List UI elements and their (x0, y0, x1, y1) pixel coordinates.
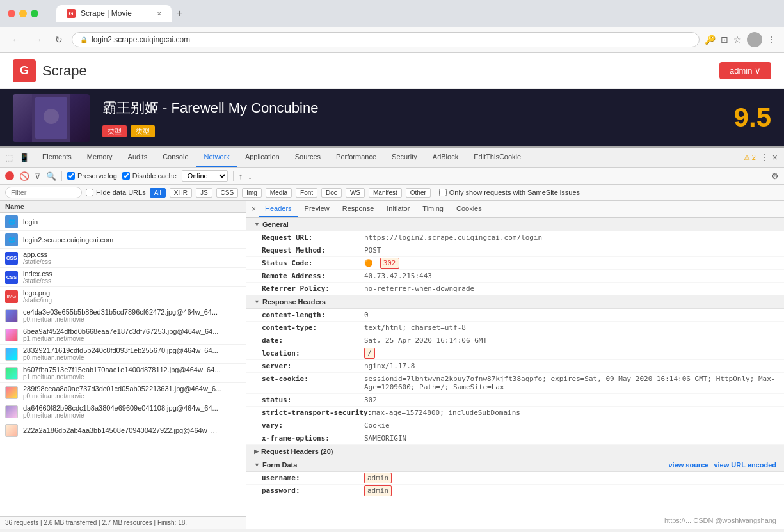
list-item[interactable]: ce4da3e03e655b5b88ed31b5cd7896cf62472.jp… (0, 306, 246, 325)
requests-status-bar: 36 requests | 2.6 MB transferred | 2.7 M… (0, 516, 246, 529)
search-icon[interactable]: 🔍 (46, 171, 56, 181)
request-icon (5, 424, 18, 437)
list-item[interactable]: 🌐 login (0, 213, 246, 231)
list-item[interactable]: da64660f82b98cdc1b8a3804e69609e041108.jp… (0, 402, 246, 421)
list-item[interactable]: IMG logo.png /static/img (0, 287, 246, 306)
filter-media-button[interactable]: Media (266, 188, 292, 198)
filter-other-button[interactable]: Other (406, 188, 431, 198)
maximize-traffic-light[interactable] (31, 10, 38, 17)
details-close-button[interactable]: × (252, 205, 256, 214)
request-name: logo.png (23, 289, 52, 297)
tab-initiator[interactable]: Initiator (380, 201, 416, 217)
preserve-log-checkbox[interactable]: Preserve log (67, 172, 117, 180)
record-button[interactable] (5, 171, 14, 180)
tab-console[interactable]: Console (155, 148, 196, 167)
list-item[interactable]: b607fba7513e7f15eab170aac1e1400d878112.j… (0, 364, 246, 383)
tab-network[interactable]: Network (196, 148, 237, 167)
back-button[interactable]: ← (8, 33, 24, 46)
tab-sources[interactable]: Sources (287, 148, 328, 167)
form-data-fields: username: admin password: admin (246, 472, 784, 497)
header-field-name: password: (262, 487, 364, 495)
tab-performance[interactable]: Performance (328, 148, 384, 167)
list-item[interactable]: CSS app.css /static/css (0, 249, 246, 268)
svg-point-2 (44, 109, 59, 124)
browser-tab[interactable]: G Scrape | Movie × (56, 5, 172, 22)
samesite-checkbox[interactable]: Only show requests with SameSite issues (439, 189, 580, 196)
tab-adblock[interactable]: AdBlock (425, 148, 466, 167)
tab-response[interactable]: Response (336, 201, 381, 217)
request-path: /static/css (23, 278, 52, 285)
request-name: 289f98ceaa8a0ae737d3dc01cd05ab052213631.… (23, 385, 221, 393)
tab-close-button[interactable]: × (157, 10, 161, 17)
new-tab-button[interactable]: + (172, 5, 188, 22)
tab-editthiscookie[interactable]: EditThisCookie (466, 148, 529, 167)
throttle-select[interactable]: Online Offline Slow 3G Fast 3G (182, 170, 228, 182)
list-item[interactable]: 289f98ceaa8a0ae737d3dc01cd05ab052213631.… (0, 383, 246, 402)
inspect-icon[interactable]: ⬚ (3, 152, 15, 164)
header-row: vary: Cookie (246, 419, 784, 432)
movie-badges: 类型 类型 (102, 125, 318, 137)
view-source-link[interactable]: view source (668, 461, 708, 469)
refresh-button[interactable]: ↻ (51, 33, 67, 46)
minimize-traffic-light[interactable] (19, 10, 27, 17)
url-bar[interactable]: 🔒 login2.scrape.cuiqingcai.com (72, 32, 700, 47)
tab-audits[interactable]: Audits (120, 148, 156, 167)
tab-timing[interactable]: Timing (416, 201, 450, 217)
more-devtools-button[interactable]: ⋮ (760, 152, 769, 162)
general-arrow: ▼ (254, 221, 260, 228)
form-data-section-header[interactable]: ▼ Form Data view source view URL encoded (246, 458, 784, 472)
clear-button[interactable]: 🚫 (19, 171, 29, 181)
close-devtools-button[interactable]: × (772, 152, 778, 162)
forward-button[interactable]: → (29, 33, 46, 46)
response-header-fields: content-length: 0 content-type: text/htm… (246, 309, 784, 445)
header-field-name: Status Code: (262, 259, 364, 267)
list-item[interactable]: 283292171619cdfd5b240c8fd093f1eb255670.j… (0, 345, 246, 364)
tab-memory[interactable]: Memory (79, 148, 120, 167)
filter-css-button[interactable]: CSS (216, 188, 239, 198)
list-item[interactable]: 222a2a186db2ab4aa3bb14508e709400427922.j… (0, 421, 246, 439)
list-item[interactable]: 🌐 login2.scrape.cuiqingcai.com (0, 231, 246, 249)
request-icon: CSS (5, 252, 18, 265)
view-url-encoded-link[interactable]: view URL encoded (714, 461, 776, 469)
export-button[interactable]: ↓ (248, 171, 252, 181)
disable-cache-checkbox[interactable]: Disable cache (122, 172, 177, 180)
tab-preview[interactable]: Preview (298, 201, 336, 217)
filter-xhr-button[interactable]: XHR (170, 188, 192, 198)
request-name: ce4da3e03e655b5b88ed31b5cd7896cf62472.jp… (23, 308, 218, 316)
form-data-row: username: admin (246, 472, 784, 485)
request-headers-section-header[interactable]: ▶ Request Headers (20) (246, 445, 784, 458)
filter-js-button[interactable]: JS (196, 188, 212, 198)
general-section-header[interactable]: ▼ General (246, 218, 784, 231)
device-icon[interactable]: 📱 (17, 152, 32, 164)
tab-elements[interactable]: Elements (35, 148, 79, 167)
filter-doc-button[interactable]: Doc (321, 188, 342, 198)
filter-font-button[interactable]: Font (296, 188, 317, 198)
general-label: General (262, 221, 289, 228)
tab-application[interactable]: Application (237, 148, 287, 167)
settings-button[interactable]: ⚙ (771, 171, 779, 181)
list-item[interactable]: CSS index.css /static/css (0, 268, 246, 287)
menu-icon[interactable]: ⋮ (767, 35, 776, 45)
filter-icon[interactable]: ⊽ (35, 171, 41, 181)
header-field-value: / (364, 349, 375, 357)
filter-ws-button[interactable]: WS (346, 188, 365, 198)
admin-button[interactable]: admin ∨ (719, 62, 771, 79)
filter-img-button[interactable]: Img (242, 188, 262, 198)
filter-input[interactable] (5, 187, 82, 198)
response-headers-section-header[interactable]: ▼ Response Headers (246, 295, 784, 309)
import-button[interactable]: ↑ (239, 171, 243, 181)
list-item[interactable]: 6bea9af4524dfbd0b668eaa7e187c3df767253.j… (0, 325, 246, 345)
close-traffic-light[interactable] (8, 10, 15, 17)
bookmark-icon[interactable]: ☆ (733, 35, 742, 45)
tab-headers[interactable]: Headers (259, 201, 298, 217)
request-icon: IMG (5, 290, 18, 303)
header-row: set-cookie: sessionid=7lbhtwvna2kbuy7ofn… (246, 373, 784, 394)
tab-title: Scrape | Movie (81, 9, 132, 18)
header-field-value: SAMEORIGIN (364, 434, 406, 442)
hide-data-urls-checkbox[interactable]: Hide data URLs (86, 189, 146, 196)
tab-cookies[interactable]: Cookies (450, 201, 488, 217)
user-avatar[interactable] (747, 32, 762, 47)
filter-manifest-button[interactable]: Manifest (369, 188, 402, 198)
filter-all-button[interactable]: All (150, 188, 166, 198)
tab-security[interactable]: Security (384, 148, 425, 167)
